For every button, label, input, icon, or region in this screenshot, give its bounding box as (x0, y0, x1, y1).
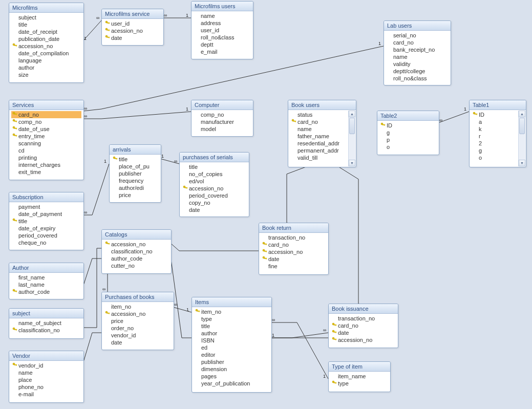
field-row[interactable]: no_of_copies (182, 170, 247, 178)
field-row[interactable]: cutter_no (104, 262, 169, 269)
field-row[interactable]: card_no (11, 111, 81, 118)
field-row[interactable]: name (386, 53, 449, 60)
field-row[interactable]: comp_no (194, 111, 251, 118)
er-diagram-canvas[interactable]: 1∞∞1∞1∞1∞11∞∞11∞1∞∞1∞1∞11∞∞1∞11∞∞1∞1Micr… (0, 0, 532, 409)
field-row[interactable]: author_code (11, 288, 81, 295)
table-title[interactable]: Vendor (9, 351, 83, 361)
field-row[interactable]: language (11, 57, 81, 64)
field-row[interactable]: frequency (112, 177, 159, 184)
field-row[interactable]: name (194, 12, 251, 19)
field-row[interactable]: item_no (104, 303, 172, 310)
table-microfilms_users[interactable]: Microfilms usersnameaddressuser_idroll_n… (191, 1, 253, 59)
field-row[interactable]: classification_no (11, 327, 81, 334)
field-row[interactable]: date (261, 255, 326, 263)
scroll-down-button[interactable]: ▼ (349, 160, 355, 166)
table-title[interactable]: Book return (259, 223, 328, 233)
field-row[interactable]: cheque_no (11, 239, 81, 246)
table-subscription[interactable]: Subscriptionpaymentdate_of_paymenttitled… (9, 192, 84, 250)
field-row[interactable]: accession_no (104, 241, 169, 248)
field-row[interactable]: validity (386, 60, 449, 68)
field-row[interactable]: author (194, 330, 269, 337)
scroll-down-button[interactable]: ▼ (519, 160, 525, 166)
field-row[interactable]: card_no (261, 241, 326, 248)
table-arrivals[interactable]: arrivalstitleplace_of_pupublisherfrequen… (109, 144, 161, 203)
field-row[interactable]: father_name (290, 133, 347, 140)
field-row[interactable]: copy_no (182, 199, 247, 206)
field-row[interactable]: pages (194, 373, 269, 380)
field-row[interactable]: first_name (11, 274, 81, 281)
table-title[interactable]: Type of item (329, 362, 390, 372)
table-title[interactable]: Table1 (470, 100, 526, 110)
field-row[interactable]: cd (11, 147, 81, 154)
field-row[interactable]: date_of_use (11, 125, 81, 133)
field-row[interactable]: deptt/college (386, 68, 449, 75)
field-row[interactable]: date_of_payment (11, 210, 81, 218)
table-services[interactable]: Servicescard_nocomp_nodate_of_useentry_t… (9, 100, 84, 180)
field-row[interactable]: editor (194, 351, 269, 358)
field-row[interactable]: scanning (11, 140, 81, 147)
field-row[interactable]: internet_charges (11, 161, 81, 168)
table-title[interactable]: purchases of serials (180, 153, 249, 162)
table-items[interactable]: Itemsitem_notypetitleauthorISBNededitorp… (191, 297, 272, 393)
field-row[interactable]: period_covered (11, 232, 81, 239)
table-table2[interactable]: Table2IDgpo (377, 111, 439, 155)
field-row[interactable]: name (11, 369, 81, 376)
field-row[interactable]: phone_no (11, 383, 81, 391)
field-row[interactable]: user_id (104, 20, 161, 27)
field-row[interactable]: date (331, 329, 396, 336)
field-row[interactable]: date (182, 206, 247, 213)
field-row[interactable]: date (104, 339, 172, 346)
field-row[interactable]: bank_receipt_no (386, 46, 449, 53)
field-row[interactable]: publication_date (11, 35, 81, 42)
field-row[interactable]: g (472, 147, 517, 154)
table-book_users[interactable]: Book usersstatuscard_nonamefather_namere… (288, 100, 356, 167)
field-row[interactable]: accession_no (11, 42, 81, 50)
field-row[interactable]: price (112, 191, 159, 199)
table-table1[interactable]: Table1IDakr2go▲▼ (469, 100, 526, 167)
table-book_issuance[interactable]: Book issuancetransaction_nocard_nodateac… (328, 304, 398, 348)
field-row[interactable]: roll_no&class (194, 34, 251, 41)
scroll-up-button[interactable]: ▲ (519, 111, 525, 117)
field-row[interactable]: name_of_subject (11, 319, 81, 327)
field-row[interactable]: address (194, 19, 251, 27)
table-title[interactable]: arrivals (110, 145, 161, 155)
field-row[interactable]: transaction_no (261, 234, 326, 241)
field-row[interactable]: classification_no (104, 248, 169, 255)
field-row[interactable]: place_of_pu (112, 163, 159, 170)
table-microfilms[interactable]: Microfilmssubjecttitledate_of_receiptpub… (9, 3, 84, 83)
scrollbar[interactable]: ▲▼ (518, 111, 525, 166)
table-vendor[interactable]: Vendorvendor_idnameplacephone_noe-mail (9, 351, 84, 403)
field-row[interactable]: title (112, 156, 159, 163)
field-row[interactable]: ed (194, 344, 269, 351)
field-row[interactable]: price (104, 317, 172, 325)
field-row[interactable]: type (194, 315, 269, 322)
field-row[interactable]: publisher (112, 170, 159, 177)
table-title[interactable]: Items (192, 297, 271, 307)
field-row[interactable]: period_covered (182, 192, 247, 199)
field-row[interactable]: subject (11, 14, 81, 21)
field-row[interactable]: title (194, 322, 269, 330)
table-title[interactable]: Catalogs (102, 230, 171, 240)
table-title[interactable]: Subscription (9, 192, 83, 202)
field-row[interactable]: card_no (386, 39, 449, 46)
field-row[interactable]: 2 (472, 140, 517, 147)
table-title[interactable]: Microfilms service (102, 9, 163, 19)
table-purchases_serials[interactable]: purchases of serialstitleno_of_copiesed/… (179, 152, 249, 217)
field-row[interactable]: g (379, 129, 437, 136)
field-row[interactable]: card_no (290, 118, 347, 125)
field-row[interactable]: title (11, 218, 81, 225)
table-book_return[interactable]: Book returntransaction_nocard_noaccessio… (259, 223, 329, 275)
field-row[interactable]: model (194, 125, 251, 133)
field-row[interactable]: order_no (104, 325, 172, 332)
table-computer[interactable]: Computercomp_nomanufacturermodel (191, 100, 253, 137)
field-row[interactable]: e-mail (11, 391, 81, 398)
field-row[interactable]: author_code (104, 255, 169, 262)
field-row[interactable]: manufacturer (194, 118, 251, 125)
field-row[interactable]: title (11, 21, 81, 28)
table-title[interactable]: Computer (191, 100, 253, 110)
table-title[interactable]: Purchases of books (102, 292, 174, 302)
field-row[interactable]: last_name (11, 281, 81, 288)
field-row[interactable]: comp_no (11, 118, 81, 125)
field-row[interactable]: date (104, 34, 161, 41)
scroll-up-button[interactable]: ▲ (349, 111, 355, 117)
